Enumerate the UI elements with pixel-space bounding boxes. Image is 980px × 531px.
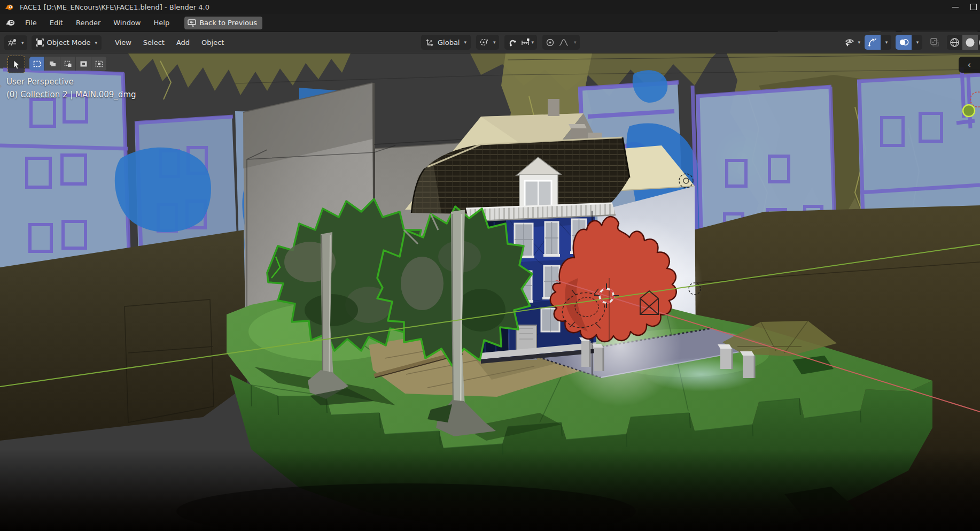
gizmo-toggle-group: ▾ — [865, 35, 891, 50]
gizmo-icon — [868, 37, 877, 47]
overlays-toggle[interactable] — [896, 35, 912, 50]
proportional-icon[interactable] — [546, 38, 555, 47]
visibility-icon — [844, 37, 855, 47]
editor-type-icon — [7, 39, 17, 47]
blender-icon — [5, 18, 15, 28]
menu-add[interactable]: Add — [170, 36, 196, 49]
menu-window[interactable]: Window — [107, 17, 147, 29]
blender-logo — [5, 3, 14, 12]
falloff-icon[interactable] — [559, 39, 569, 47]
wireframe-shading-icon — [950, 37, 960, 48]
shading-material-button[interactable] — [978, 35, 980, 50]
title-bar: FACE1 [D:\ME_ENcours\KFE\FACE1.blend] - … — [0, 0, 980, 14]
solid-shading-icon — [965, 37, 975, 48]
select-mode-group — [29, 57, 107, 71]
proportional-edit-group: ▾ — [542, 35, 580, 50]
chevron-down-icon: ▾ — [464, 40, 466, 45]
menu-help[interactable]: Help — [147, 17, 176, 29]
orientation-icon — [425, 38, 434, 47]
shading-group — [947, 35, 980, 50]
visibility-dropdown[interactable]: ▾ — [844, 37, 860, 47]
pivot-icon — [479, 38, 489, 47]
gizmo-y-axis-ball[interactable] — [963, 105, 975, 117]
overlays-icon — [899, 38, 909, 47]
chevron-down-icon: ▾ — [916, 40, 919, 45]
mode-label: Object Mode — [47, 39, 91, 47]
material-shading-icon — [978, 37, 980, 48]
menu-file[interactable]: File — [19, 17, 43, 29]
menu-object[interactable]: Object — [196, 36, 230, 49]
snap-target-icon — [521, 38, 531, 47]
gizmo-dropdown[interactable]: ▾ — [881, 35, 891, 50]
select-tool-button[interactable] — [7, 56, 25, 73]
back-to-previous-button[interactable]: Back to Previous — [184, 17, 262, 29]
back-to-previous-label: Back to Previous — [199, 19, 257, 27]
snap-magnet-icon[interactable] — [508, 38, 517, 47]
select-mode-extend[interactable] — [45, 57, 60, 71]
select-tool-icon — [12, 60, 21, 70]
xray-icon — [930, 37, 939, 47]
snap-target-dropdown[interactable]: ▾ — [521, 38, 534, 47]
back-to-previous-icon — [188, 19, 196, 27]
mode-dropdown[interactable]: Object Mode ▾ — [32, 35, 102, 50]
xray-toggle[interactable] — [927, 37, 943, 47]
chevron-down-icon: ▾ — [858, 40, 860, 45]
viewport-header: ▾ Object Mode ▾ View Select Add Object G… — [0, 32, 980, 53]
menu-view[interactable]: View — [109, 36, 137, 49]
chevron-down-icon: ▾ — [574, 40, 577, 45]
top-bar: File Edit Render Window Help Back to Pre… — [0, 14, 980, 32]
shading-wireframe-button[interactable] — [947, 35, 962, 50]
object-mode-icon — [36, 39, 44, 47]
orientation-label: Global — [438, 39, 460, 47]
blender-menu-button[interactable] — [5, 18, 15, 28]
maximize-icon[interactable] — [970, 4, 977, 10]
chevron-down-icon: ▾ — [21, 40, 24, 45]
minimize-icon[interactable] — [952, 7, 959, 7]
sidebar-toggle-button[interactable]: ‹ — [959, 57, 980, 73]
select-mode-invert[interactable] — [76, 57, 91, 71]
menu-render[interactable]: Render — [69, 17, 107, 29]
shading-solid-button[interactable] — [962, 35, 978, 50]
menu-edit[interactable]: Edit — [43, 17, 69, 29]
window-title: FACE1 [D:\ME_ENcours\KFE\FACE1.blend] - … — [20, 3, 209, 11]
chevron-left-icon: ‹ — [968, 59, 971, 70]
3d-viewport[interactable]: User Perspective (0) Collection 2 | MAIN… — [0, 53, 980, 531]
overlays-dropdown[interactable]: ▾ — [912, 35, 922, 50]
chevron-down-icon: ▾ — [95, 40, 97, 45]
select-mode-intersect[interactable] — [91, 57, 107, 71]
chevron-down-icon: ▾ — [493, 40, 496, 45]
chevron-down-icon: ▾ — [532, 40, 534, 45]
editor-type-button[interactable]: ▾ — [4, 35, 27, 50]
gizmo-toggle[interactable] — [865, 35, 881, 50]
select-mode-set[interactable] — [29, 57, 45, 71]
snapping-group: ▾ — [504, 35, 538, 50]
pivot-point-dropdown[interactable]: ▾ — [476, 35, 499, 50]
select-mode-subtract[interactable] — [60, 57, 76, 71]
viewport-canvas[interactable] — [0, 53, 980, 531]
overlays-toggle-group: ▾ — [896, 35, 922, 50]
collection-label: (0) Collection 2 | MAIN.009_dmg — [6, 90, 136, 99]
perspective-label: User Perspective — [6, 77, 74, 87]
menu-select[interactable]: Select — [137, 36, 170, 49]
toolbar-expand-icon[interactable]: › — [0, 81, 2, 91]
bottom-fade — [0, 449, 980, 531]
chevron-down-icon: ▾ — [885, 40, 888, 45]
transform-orientation-dropdown[interactable]: Global ▾ — [421, 35, 471, 50]
